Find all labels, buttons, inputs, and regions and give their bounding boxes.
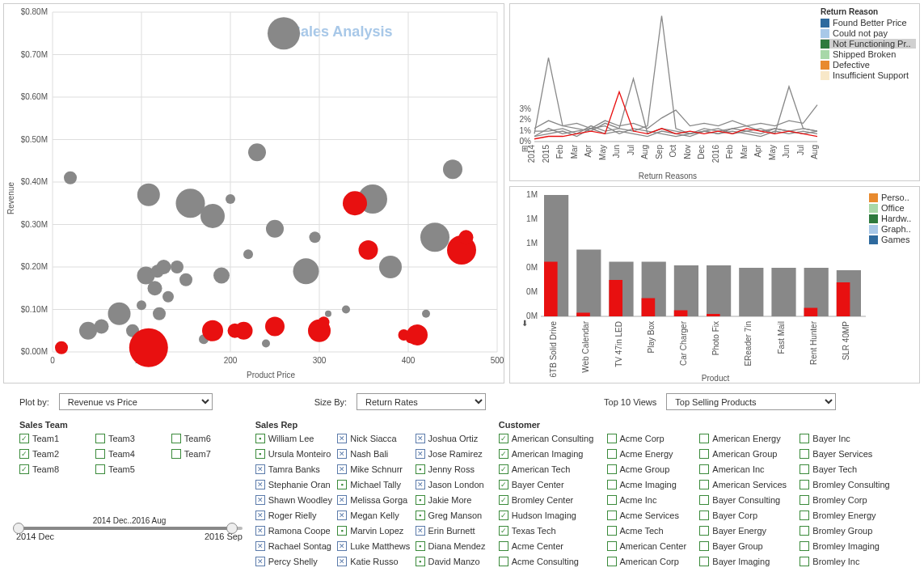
data-point[interactable] bbox=[55, 341, 68, 354]
filter-checkbox[interactable]: American Center bbox=[607, 539, 695, 553]
data-point[interactable] bbox=[343, 191, 367, 215]
filter-checkbox[interactable]: ▪Marvin Lopez bbox=[337, 523, 410, 538]
filter-checkbox[interactable]: ✕Stephanie Oran bbox=[255, 477, 333, 492]
data-point[interactable] bbox=[266, 220, 284, 238]
data-point[interactable] bbox=[420, 222, 449, 252]
date-range-slider[interactable]: 2014 Dec..2016 Aug 2014 Dec 2016 Sep bbox=[16, 516, 243, 541]
filter-checkbox[interactable]: ✓Bromley Center bbox=[499, 493, 602, 507]
legend-item[interactable]: Insufficient Support bbox=[821, 70, 916, 80]
filter-checkbox[interactable]: ✓Bayer Center bbox=[499, 477, 602, 492]
filter-checkbox[interactable]: Acme Corp bbox=[607, 431, 695, 446]
filter-checkbox[interactable]: Bromley Imaging bbox=[800, 539, 898, 553]
data-point[interactable] bbox=[359, 240, 378, 260]
data-point[interactable] bbox=[79, 322, 97, 340]
data-point[interactable] bbox=[319, 316, 330, 328]
bar-overlay[interactable] bbox=[707, 314, 720, 316]
data-point[interactable] bbox=[379, 256, 402, 278]
data-point[interactable] bbox=[64, 172, 77, 184]
bar[interactable] bbox=[739, 268, 763, 316]
legend-item[interactable]: Could not pay bbox=[821, 28, 916, 38]
filter-checkbox[interactable]: Team5 bbox=[95, 462, 167, 477]
filter-checkbox[interactable]: ✕Erin Burnett bbox=[416, 523, 486, 538]
filter-checkbox[interactable]: ✕Ramona Coope bbox=[255, 523, 333, 538]
data-point[interactable] bbox=[176, 189, 205, 218]
legend-item[interactable]: Office bbox=[869, 203, 916, 213]
data-point[interactable] bbox=[325, 311, 331, 317]
filter-checkbox[interactable]: Bayer Group bbox=[699, 539, 795, 553]
data-point[interactable] bbox=[443, 159, 462, 179]
filter-checkbox[interactable]: ✕Megan Kelly bbox=[337, 508, 410, 523]
data-point[interactable] bbox=[137, 300, 146, 310]
bar-overlay[interactable] bbox=[642, 299, 656, 317]
filter-checkbox[interactable]: Bromley Energy bbox=[800, 508, 898, 523]
filter-checkbox[interactable]: ✕Jason London bbox=[416, 477, 486, 492]
line-series[interactable] bbox=[534, 15, 817, 133]
filter-checkbox[interactable]: Acme Imaging bbox=[607, 477, 695, 492]
legend-item[interactable]: Not Functioning Pr.. bbox=[821, 39, 916, 49]
filter-checkbox[interactable]: Acme Group bbox=[607, 462, 695, 477]
filter-checkbox[interactable]: Team6 bbox=[171, 431, 243, 446]
filter-checkbox[interactable]: Bromley Inc bbox=[800, 554, 898, 569]
filter-checkbox[interactable]: Acme Inc bbox=[607, 493, 695, 507]
filter-checkbox[interactable]: American Inc bbox=[699, 462, 795, 477]
filter-checkbox[interactable]: ✕Rachael Sontag bbox=[255, 539, 333, 553]
legend-item[interactable]: Shipped Broken bbox=[821, 49, 916, 59]
data-point[interactable] bbox=[171, 261, 184, 273]
data-point[interactable] bbox=[153, 307, 166, 320]
filter-checkbox[interactable]: Bromley Corp bbox=[800, 493, 898, 507]
filter-checkbox[interactable]: Bayer Consulting bbox=[699, 493, 795, 507]
filter-checkbox[interactable]: Bayer Services bbox=[800, 447, 898, 461]
data-point[interactable] bbox=[95, 320, 109, 334]
bar[interactable] bbox=[771, 268, 795, 316]
filter-checkbox[interactable]: Acme Energy bbox=[607, 447, 695, 461]
filter-checkbox[interactable]: ✕Nick Siacca bbox=[337, 431, 410, 446]
filter-checkbox[interactable]: ✓Team8 bbox=[19, 462, 91, 477]
legend-item[interactable]: Found Better Price bbox=[821, 18, 916, 28]
filter-checkbox[interactable]: American Energy bbox=[699, 431, 795, 446]
data-point[interactable] bbox=[293, 258, 319, 284]
filter-checkbox[interactable]: ✕Luke Matthews bbox=[337, 539, 410, 553]
data-point[interactable] bbox=[129, 328, 168, 367]
size-by-select[interactable]: Return Rates bbox=[357, 393, 486, 410]
data-point[interactable] bbox=[310, 231, 321, 243]
filter-checkbox[interactable]: ✕Roger Rielly bbox=[255, 508, 333, 523]
filter-checkbox[interactable]: ✕Nash Bali bbox=[337, 447, 410, 461]
data-point[interactable] bbox=[407, 324, 428, 345]
filter-checkbox[interactable]: ✓American Imaging bbox=[499, 447, 602, 461]
filter-checkbox[interactable]: ✕Mike Schnurr bbox=[337, 462, 410, 477]
filter-checkbox[interactable]: ✕Melissa Gorga bbox=[337, 493, 410, 507]
data-point[interactable] bbox=[226, 194, 235, 204]
filter-checkbox[interactable]: Acme Tech bbox=[607, 523, 695, 538]
data-point[interactable] bbox=[108, 303, 131, 325]
filter-checkbox[interactable]: ▪William Lee bbox=[255, 431, 333, 446]
data-point[interactable] bbox=[422, 310, 430, 318]
data-point[interactable] bbox=[179, 273, 192, 286]
expand-icon[interactable]: ⊞ bbox=[521, 144, 528, 153]
data-point[interactable] bbox=[262, 340, 270, 348]
data-point[interactable] bbox=[137, 184, 160, 206]
data-point[interactable] bbox=[148, 281, 162, 295]
data-point[interactable] bbox=[157, 260, 171, 274]
filter-checkbox[interactable]: Acme Services bbox=[607, 508, 695, 523]
filter-checkbox[interactable]: Team3 bbox=[95, 431, 167, 446]
legend-item[interactable]: Games bbox=[869, 235, 916, 244]
filter-checkbox[interactable]: ✕Joshua Ortiz bbox=[416, 431, 486, 446]
data-point[interactable] bbox=[248, 143, 266, 161]
filter-checkbox[interactable]: ✕Shawn Woodley bbox=[255, 493, 333, 507]
data-point[interactable] bbox=[213, 268, 230, 284]
slider-start-knob[interactable] bbox=[13, 523, 24, 534]
data-point[interactable] bbox=[342, 306, 350, 314]
legend-item[interactable]: Perso.. bbox=[869, 193, 916, 202]
filter-checkbox[interactable]: ▪Jenny Ross bbox=[416, 462, 486, 477]
filter-checkbox[interactable]: ✓Team2 bbox=[19, 447, 91, 461]
filter-checkbox[interactable]: Acme Consulting bbox=[499, 554, 602, 569]
filter-checkbox[interactable]: ▪Jakie More bbox=[416, 493, 486, 507]
filter-checkbox[interactable]: American Corp bbox=[607, 554, 695, 569]
legend-item[interactable]: Hardw.. bbox=[869, 214, 916, 223]
bar-overlay[interactable] bbox=[837, 282, 850, 316]
filter-checkbox[interactable]: Team4 bbox=[95, 447, 167, 461]
filter-checkbox[interactable]: ✕Katie Russo bbox=[337, 554, 410, 569]
filter-checkbox[interactable]: Bayer Inc bbox=[800, 431, 898, 446]
filter-checkbox[interactable]: ▪Diana Mendez bbox=[416, 539, 486, 553]
data-point[interactable] bbox=[459, 230, 474, 244]
